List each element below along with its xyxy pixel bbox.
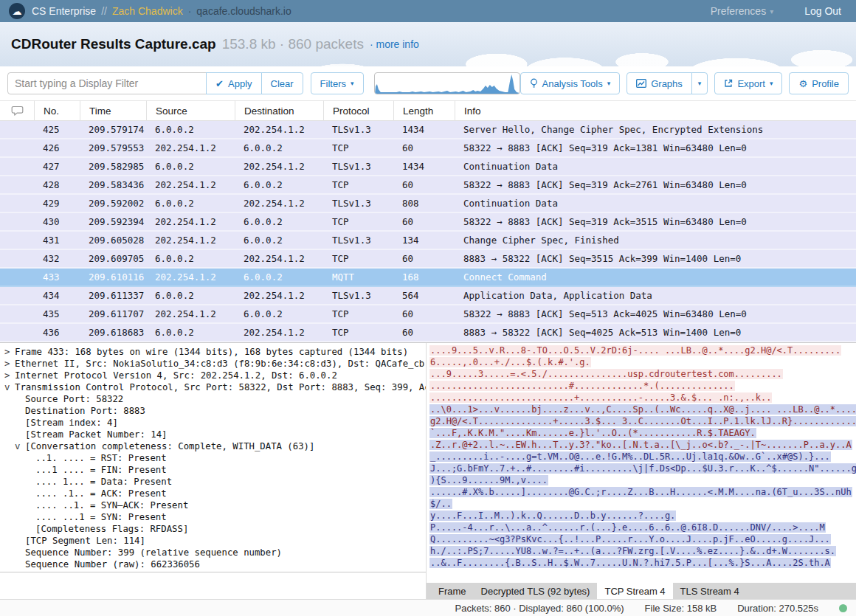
collapsed-arrow-icon[interactable]: > <box>4 370 15 381</box>
tree-line[interactable]: >Ethernet II, Src: NokiaSolutio_34:c8:d3… <box>0 358 426 370</box>
byte-line[interactable]: ...........................+...........-… <box>429 392 856 404</box>
byte-line[interactable]: h./..:.PS;7.....YU8..w.?=..+..(a...?FW.z… <box>429 546 856 558</box>
column-header-info[interactable]: Info <box>455 100 856 121</box>
table-row[interactable]: 436209.6186836.0.0.2202.254.1.2TCP608883… <box>0 324 856 342</box>
table-row[interactable]: 435209.611707202.254.1.26.0.0.2TCP605832… <box>0 305 856 324</box>
tree-line[interactable]: [Stream index: 4] <box>0 417 426 429</box>
tree-line[interactable]: .... .1.. = ACK: Present <box>0 488 426 499</box>
table-row[interactable]: 428209.583436202.254.1.26.0.0.2TCP605832… <box>0 176 856 195</box>
stream-tab[interactable]: TCP Stream 4 <box>597 583 672 599</box>
cell-src: 6.0.0.2 <box>146 198 235 209</box>
tree-line-text: [TCP Segment Len: 114] <box>25 536 145 546</box>
graphs-dropdown-button[interactable]: ▾ <box>691 72 708 94</box>
cell-time: 209.592002 <box>80 198 146 209</box>
apply-button[interactable]: ✔ Apply <box>206 72 261 94</box>
filters-dropdown-button[interactable]: Filters ▾ <box>311 72 364 94</box>
column-header-no[interactable]: No. <box>34 100 80 121</box>
tree-line[interactable]: >Internet Protocol Version 4, Src: 202.2… <box>0 370 426 381</box>
tree-line[interactable]: >Frame 433: 168 bytes on wire (1344 bits… <box>0 346 426 358</box>
tree-line[interactable]: .... ...1 = SYN: Present <box>0 511 426 523</box>
cell-dst: 6.0.0.2 <box>235 308 323 319</box>
cell-info: 8883 → 58322 [ACK] Seq=4025 Ack=513 Win=… <box>455 327 856 338</box>
table-row[interactable]: 425209.5791746.0.0.2202.254.1.2TLSv1.314… <box>0 121 856 139</box>
cell-len: 564 <box>393 290 455 301</box>
table-row[interactable]: 431209.605028202.254.1.26.0.0.2TLSv1.313… <box>0 232 856 250</box>
analysis-tools-label: Analysis Tools <box>542 78 603 89</box>
tree-line[interactable]: Destination Port: 8883 <box>0 405 426 417</box>
byte-line[interactable]: ){S...9......9M.,v.... <box>429 475 856 487</box>
collapsed-arrow-icon[interactable]: > <box>4 358 15 370</box>
byte-line[interactable]: ..\0...1>...v......bj....z...v..,C....Sp… <box>429 404 856 416</box>
table-row[interactable]: 429209.5920026.0.0.2202.254.1.2TLSv1.380… <box>0 195 856 213</box>
tree-line[interactable]: v[Conversation completeness: Complete, W… <box>0 440 426 452</box>
display-filter-input[interactable] <box>7 72 207 94</box>
chevron-down-icon: ▾ <box>607 80 611 87</box>
byte-line[interactable]: $/.. <box>429 499 856 511</box>
table-row[interactable]: 432209.6097056.0.0.2202.254.1.2TCP608883… <box>0 250 856 269</box>
duration-status: Duration: 270.525s <box>737 603 818 614</box>
tree-line[interactable]: [TCP Segment Len: 114] <box>0 535 426 547</box>
column-header-destination[interactable]: Destination <box>235 100 323 121</box>
packet-list: 425209.5791746.0.0.2202.254.1.2TLSv1.314… <box>0 121 856 342</box>
byte-line[interactable]: ..........................#.............… <box>429 381 856 392</box>
table-row[interactable]: 426209.579553202.254.1.26.0.0.2TCP605832… <box>0 139 856 158</box>
byte-line[interactable]: ......#.X%.b.....]........@G.C.;r....Z..… <box>429 487 856 499</box>
profile-button[interactable]: ⚙ Profile <box>789 72 849 94</box>
table-row[interactable]: 430209.592394202.254.1.26.0.0.2TCP605832… <box>0 213 856 232</box>
stream-tab[interactable]: Frame <box>431 583 474 599</box>
tree-line[interactable]: Sequence Number: 399 (relative sequence … <box>0 547 426 558</box>
byte-line[interactable]: Q..........~<g3?PsKvc...{..!...P.....r..… <box>429 534 856 546</box>
preferences-menu[interactable]: Preferences ▾ <box>711 5 774 17</box>
export-button[interactable]: Export ▾ <box>714 72 782 94</box>
tree-line[interactable]: ..1. .... = RST: Present <box>0 452 426 464</box>
more-info-link[interactable]: · more info <box>370 38 419 50</box>
traffic-sparkline[interactable] <box>374 72 520 94</box>
tree-line[interactable]: [Stream Packet Number: 14] <box>0 429 426 440</box>
filter-toolbar: ✔ Apply Clear Filters ▾ Analysis Tools ▾ <box>0 66 856 100</box>
cell-proto: TLSv1.3 <box>323 198 393 209</box>
logout-button[interactable]: Log Out <box>804 5 841 17</box>
cell-no: 429 <box>34 198 80 209</box>
byte-line[interactable]: ....9...5..v.R...8-.TO...O.5..V.2rD:6j-.… <box>429 345 856 357</box>
graphs-button[interactable]: Graphs <box>627 72 692 94</box>
byte-line[interactable]: `...F,.K.K.M."....Km......e.}l.'..O..(*.… <box>429 428 856 440</box>
column-header-source[interactable]: Source <box>146 100 235 121</box>
tree-line[interactable]: .... 1... = Data: Present <box>0 476 426 488</box>
expanded-arrow-icon[interactable]: v <box>4 381 15 393</box>
table-row[interactable]: 427209.5829856.0.0.2202.254.1.2TLSv1.314… <box>0 158 856 176</box>
expanded-arrow-icon[interactable]: v <box>15 440 25 452</box>
stream-tab[interactable]: TLS Stream 4 <box>673 583 747 599</box>
cell-info: Continuation Data <box>455 198 856 209</box>
byte-line[interactable]: _.........i..-....g=t.VM..O@...e.!G.M%..… <box>429 451 856 463</box>
byte-line[interactable]: y....F...I..M..).k..Q......D..b.y......?… <box>429 511 856 522</box>
byte-line[interactable]: .Z..r.@+2..l.~..EW.h...T..y.3?."ko..[.N.… <box>429 440 856 451</box>
user-link[interactable]: Zach Chadwick <box>112 5 183 17</box>
table-row[interactable]: 434209.6113376.0.0.2202.254.1.2TLSv1.356… <box>0 287 856 305</box>
cell-len: 60 <box>393 308 455 319</box>
cell-proto: MQTT <box>323 271 393 283</box>
tree-line[interactable]: [Completeness Flags: RFDASS] <box>0 523 426 535</box>
byte-line[interactable]: ...9.....3.....=.<.5./...............usp… <box>429 369 856 381</box>
collapsed-arrow-icon[interactable]: > <box>4 346 15 358</box>
byte-line[interactable]: J...;G.bFmY..7.+..#........#i.........\j… <box>429 463 856 475</box>
tree-line[interactable]: Sequence Number (raw): 662336056 <box>0 558 426 570</box>
byte-line[interactable]: g2.H@/<.T..............+.....3.$... 3..C… <box>429 416 856 428</box>
column-header-time[interactable]: Time <box>80 100 146 121</box>
tree-line[interactable]: vTransmission Control Protocol, Src Port… <box>0 381 426 393</box>
column-header-length[interactable]: Length <box>393 100 455 121</box>
table-row-selected[interactable]: 433209.610116202.254.1.26.0.0.2MQTT168Co… <box>0 269 856 287</box>
column-header-protocol[interactable]: Protocol <box>323 100 393 121</box>
byte-line[interactable]: P.....-4...r..\...a..^......r.(...}.e...… <box>429 522 856 534</box>
byte-line[interactable]: ..&..F........{.B..S..H..$.W..7.....U.N.… <box>429 558 856 570</box>
tree-line[interactable]: ...1 .... = FIN: Present <box>0 464 426 476</box>
analysis-tools-button[interactable]: Analysis Tools ▾ <box>520 72 621 94</box>
cell-len: 60 <box>393 216 455 227</box>
tree-line-text: Internet Protocol Version 4, Src: 202.25… <box>15 370 337 381</box>
byte-line[interactable]: 6.....,.0...+./...$.(.k.#.'.g. <box>429 357 856 369</box>
stream-tab[interactable]: Decrypted TLS (92 bytes) <box>474 583 598 599</box>
tree-line[interactable]: Source Port: 58322 <box>0 393 426 405</box>
tree-line[interactable]: .... ..1. = SYN–ACK: Present <box>0 499 426 511</box>
clear-button[interactable]: Clear <box>261 72 303 94</box>
tree-line-text: ..1. .... = RST: Present <box>35 453 167 463</box>
comment-column-header[interactable] <box>0 100 34 121</box>
